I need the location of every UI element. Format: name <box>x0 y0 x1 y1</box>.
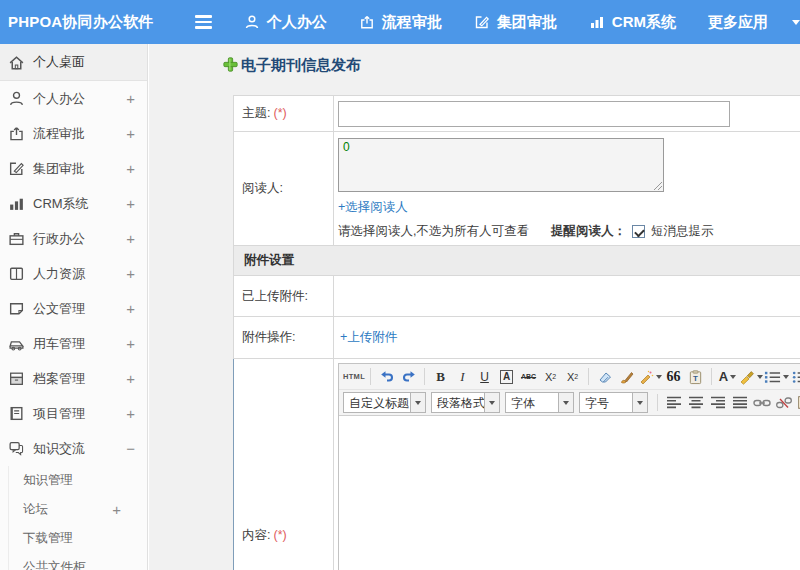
superscript-button[interactable]: X2 <box>540 366 561 387</box>
expand-toggle[interactable]: + <box>126 230 135 247</box>
expand-toggle[interactable]: + <box>126 370 135 387</box>
upload-attachment-link[interactable]: +上传附件 <box>340 330 397 344</box>
choose-readers-link[interactable]: +选择阅读人 <box>338 200 408 214</box>
align-center-button[interactable] <box>685 392 706 413</box>
expand-toggle[interactable]: + <box>126 300 135 317</box>
expand-toggle[interactable]: + <box>112 501 121 518</box>
editor-content-area[interactable] <box>339 416 800 570</box>
sidebar-item-admin-office[interactable]: 行政办公 + <box>0 221 147 256</box>
chevron-down-icon <box>410 393 425 412</box>
blockquote-button[interactable]: 66 <box>663 366 684 387</box>
required-mark: (*) <box>273 528 286 542</box>
font-color-button[interactable]: A <box>717 366 738 387</box>
sidebar-item-human-resources[interactable]: 人力资源 + <box>0 256 147 291</box>
expand-toggle[interactable]: + <box>126 335 135 352</box>
expand-toggle[interactable]: + <box>126 90 135 107</box>
eraser-button[interactable] <box>594 366 615 387</box>
heading-select[interactable]: 自定义标题 <box>343 392 426 413</box>
rich-text-editor: HTML B I U A ABC X2 X2 <box>338 363 800 570</box>
justify-button[interactable] <box>729 392 750 413</box>
align-right-button[interactable] <box>707 392 728 413</box>
link-button[interactable] <box>751 392 772 413</box>
nav-group-approval[interactable]: 集团审批 <box>474 13 557 32</box>
chevron-down-icon <box>783 375 789 379</box>
redo-button[interactable] <box>398 366 419 387</box>
expand-toggle[interactable]: + <box>126 195 135 212</box>
nav-more-apps[interactable]: 更多应用 <box>708 13 768 32</box>
italic-button[interactable]: I <box>452 366 473 387</box>
attachment-section-title: 附件设置 <box>244 253 294 267</box>
sidebar-subitem-download-management[interactable]: 下载管理 <box>9 524 147 553</box>
sidebar-subitem-forum[interactable]: 论坛 + <box>9 495 147 524</box>
app-logo[interactable]: PHPOA协同办公软件 <box>0 13 185 32</box>
briefcase-icon <box>8 230 25 247</box>
font-family-select[interactable]: 字体 <box>505 392 574 413</box>
ordered-list-button[interactable] <box>764 366 789 387</box>
collapse-toggle[interactable]: − <box>126 440 135 457</box>
paragraph-format-select[interactable]: 段落格式 <box>431 392 500 413</box>
sidebar-item-personal-desktop[interactable]: 个人桌面 <box>0 44 147 81</box>
strikethrough-button[interactable]: ABC <box>518 366 539 387</box>
expand-toggle[interactable]: + <box>126 125 135 142</box>
expand-toggle[interactable]: + <box>126 405 135 422</box>
nav-crm-system[interactable]: CRM系统 <box>589 13 676 32</box>
paste-text-button[interactable]: T <box>685 366 706 387</box>
quick-format-button[interactable] <box>638 366 662 387</box>
readers-row: 阅读人: 0 +选择阅读人 请选择阅读人,不选为所有人可查看 提醒阅读人： 短消… <box>234 132 800 246</box>
nav-label: 个人办公 <box>267 13 327 32</box>
sidebar-item-vehicle-management[interactable]: 用车管理 + <box>0 326 147 361</box>
highlight-button[interactable] <box>739 366 763 387</box>
sidebar-item-process-approval[interactable]: 流程审批 + <box>0 116 147 151</box>
link-icon <box>753 397 771 409</box>
archive-icon <box>8 370 25 387</box>
sidebar-subitem-public-file-cabinet[interactable]: 公共文件柜 <box>9 553 147 570</box>
subject-row: 主题:(*) <box>234 96 800 132</box>
html-source-button[interactable]: HTML <box>343 366 365 387</box>
sidebar-item-label: 个人桌面 <box>33 53 135 71</box>
attachment-action-label: 附件操作: <box>242 330 295 344</box>
main-content: 电子期刊信息发布 主题:(*) 阅读人: 0 +选择阅读人 <box>149 44 800 570</box>
sidebar-item-label: 档案管理 <box>33 370 126 388</box>
sidebar-subitem-knowledge-management[interactable]: 知识管理 <box>9 466 147 495</box>
resize-grip-icon[interactable] <box>653 181 662 190</box>
format-brush-button[interactable] <box>616 366 637 387</box>
sidebar-item-group-approval[interactable]: 集团审批 + <box>0 151 147 186</box>
unordered-list-button[interactable] <box>790 366 800 387</box>
boxed-a-button[interactable]: A <box>496 366 517 387</box>
sidebar-item-document-management[interactable]: 公文管理 + <box>0 291 147 326</box>
chevron-down-icon <box>558 393 573 412</box>
align-left-button[interactable] <box>663 392 684 413</box>
unlink-button[interactable] <box>773 392 794 413</box>
subscript-button[interactable]: X2 <box>562 366 583 387</box>
sidebar-item-crm-system[interactable]: CRM系统 + <box>0 186 147 221</box>
book-icon <box>8 265 25 282</box>
process-icon <box>8 125 25 142</box>
nav-personal-office[interactable]: 个人办公 <box>244 13 327 32</box>
subject-input[interactable] <box>338 101 730 127</box>
image-button[interactable] <box>795 392 800 413</box>
bold-button[interactable]: B <box>430 366 451 387</box>
nav-process-approval[interactable]: 流程审批 <box>359 13 442 32</box>
size-select-value: 字号 <box>580 393 632 412</box>
readers-textarea[interactable]: 0 <box>338 138 664 192</box>
car-icon <box>8 335 25 352</box>
chevron-down-icon[interactable] <box>792 20 800 25</box>
hamburger-menu-icon[interactable] <box>195 15 213 29</box>
sidebar-item-archive-management[interactable]: 档案管理 + <box>0 361 147 396</box>
quick-format-icon <box>638 369 654 385</box>
ordered-list-icon <box>764 370 781 384</box>
underline-button[interactable]: U <box>474 366 495 387</box>
expand-toggle[interactable]: + <box>126 265 135 282</box>
sidebar-item-project-management[interactable]: 项目管理 + <box>0 396 147 431</box>
sidebar-item-knowledge-exchange[interactable]: 知识交流 − <box>0 431 147 466</box>
sms-checkbox[interactable] <box>632 225 645 238</box>
process-icon <box>359 14 375 30</box>
expand-toggle[interactable]: + <box>126 160 135 177</box>
sidebar-item-personal-office[interactable]: 个人办公 + <box>0 81 147 116</box>
font-size-select[interactable]: 字号 <box>579 392 648 413</box>
align-center-icon <box>688 396 704 409</box>
sidebar-item-label: 用车管理 <box>33 335 126 353</box>
chat-icon <box>8 440 25 457</box>
sidebar-subitem-label: 下载管理 <box>23 530 121 547</box>
undo-button[interactable] <box>376 366 397 387</box>
